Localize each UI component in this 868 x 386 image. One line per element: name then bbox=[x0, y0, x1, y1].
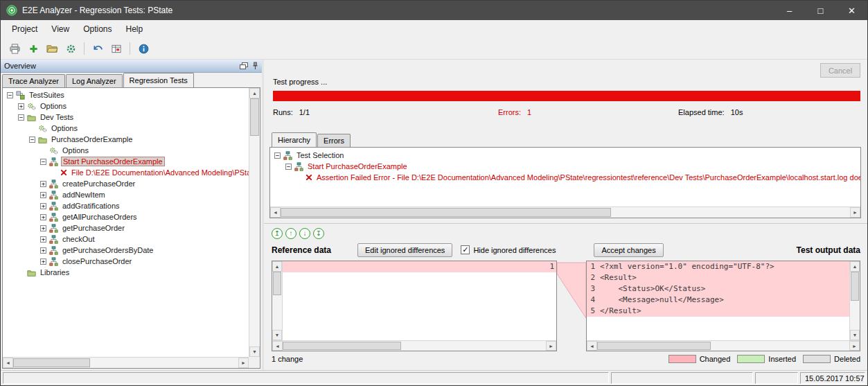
scroll-down-button[interactable]: ▼ bbox=[249, 346, 260, 357]
tab-hierarchy[interactable]: Hierarchy bbox=[272, 132, 317, 147]
menu-project[interactable]: Project bbox=[5, 22, 44, 36]
scrollbar-thumb[interactable] bbox=[281, 208, 611, 217]
cancel-button[interactable]: Cancel bbox=[820, 63, 860, 78]
scrollbar-thumb[interactable] bbox=[597, 342, 711, 350]
edit-ignored-differences-button[interactable]: Edit ignored differences bbox=[357, 243, 452, 257]
expand-icon[interactable]: + bbox=[40, 192, 46, 198]
scroll-right-button[interactable]: ► bbox=[850, 207, 860, 218]
next-difference-button[interactable]: ↓ bbox=[299, 228, 310, 239]
print-button[interactable] bbox=[6, 40, 23, 57]
tab-log-analyzer[interactable]: Log Analyzer bbox=[66, 74, 123, 87]
undo-button[interactable] bbox=[89, 40, 106, 57]
scrollbar-thumb[interactable] bbox=[273, 272, 281, 295]
tree-item[interactable]: +closePurchaseOrder bbox=[3, 256, 249, 267]
scroll-left-button[interactable]: ◄ bbox=[587, 341, 597, 351]
scrollbar-track[interactable] bbox=[249, 98, 260, 346]
scroll-up-button[interactable]: ▲ bbox=[272, 261, 282, 272]
tree-item[interactable]: +Options bbox=[3, 100, 249, 112]
expand-icon[interactable]: + bbox=[40, 203, 46, 209]
tree-item[interactable]: +getPurchaseOrder bbox=[3, 222, 249, 234]
add-button[interactable] bbox=[25, 40, 42, 57]
scroll-right-button[interactable]: ► bbox=[849, 341, 860, 351]
info-button[interactable] bbox=[135, 40, 152, 57]
horizontal-scrollbar[interactable]: ◄► bbox=[3, 357, 249, 368]
accept-changes-button[interactable]: Accept changes bbox=[594, 243, 663, 257]
report-button[interactable] bbox=[108, 40, 125, 57]
horizontal-scrollbar[interactable]: ◄► bbox=[587, 340, 860, 351]
collapse-icon[interactable]: − bbox=[40, 159, 46, 165]
tree-item[interactable]: −Start PurchaseOrderExample bbox=[270, 161, 860, 172]
scroll-left-button[interactable]: ◄ bbox=[3, 358, 13, 368]
scrollbar-track[interactable] bbox=[281, 207, 850, 218]
scroll-up-button[interactable]: ▲ bbox=[850, 261, 860, 272]
expand-icon[interactable]: + bbox=[40, 258, 46, 265]
scrollbar-track[interactable] bbox=[850, 272, 860, 330]
tree-item[interactable]: −TestSuites bbox=[3, 89, 249, 100]
horizontal-scrollbar[interactable]: ◄► bbox=[272, 340, 556, 351]
tree-item[interactable]: Options bbox=[3, 145, 249, 156]
scrollbar-track[interactable] bbox=[283, 341, 546, 351]
collapse-icon[interactable]: − bbox=[29, 137, 35, 143]
vertical-scrollbar[interactable]: ▲▼ bbox=[849, 261, 860, 340]
maximize-button[interactable]: □ bbox=[805, 1, 836, 20]
menu-options[interactable]: Options bbox=[76, 22, 118, 36]
tree-item[interactable]: Options bbox=[3, 123, 249, 134]
tree-item[interactable]: Assertion Failed Error - File D:\E2E Doc… bbox=[270, 172, 860, 183]
tab-trace-analyzer[interactable]: Trace Analyzer bbox=[2, 74, 65, 87]
collapse-icon[interactable]: − bbox=[7, 92, 13, 98]
tree-item[interactable]: −PurchaseOrderExample bbox=[3, 134, 249, 145]
expand-icon[interactable]: + bbox=[18, 103, 24, 109]
scrollbar-thumb[interactable] bbox=[13, 358, 90, 367]
expand-icon[interactable]: + bbox=[40, 214, 46, 220]
first-difference-button[interactable]: ↥ bbox=[272, 228, 283, 239]
menu-help[interactable]: Help bbox=[119, 22, 150, 36]
float-window-icon[interactable] bbox=[240, 62, 248, 69]
hide-ignored-differences[interactable]: Hide ignored differences bbox=[461, 245, 556, 254]
tree-item[interactable]: Libraries bbox=[3, 267, 249, 278]
last-difference-button[interactable]: ↧ bbox=[313, 228, 324, 239]
close-button[interactable]: ✕ bbox=[836, 1, 867, 20]
vertical-scrollbar[interactable]: ▲▼ bbox=[272, 261, 283, 340]
tree-item[interactable]: +getAllPurchaseOrders bbox=[3, 211, 249, 222]
tree-item[interactable]: −Start PurchaseOrderExample bbox=[3, 156, 249, 167]
tab-errors[interactable]: Errors bbox=[317, 134, 351, 147]
pin-icon[interactable] bbox=[252, 62, 258, 70]
tree-item[interactable]: −Test Selection bbox=[270, 150, 860, 161]
scroll-down-button[interactable]: ▼ bbox=[272, 330, 282, 340]
tree-item[interactable]: +addGratifications bbox=[3, 200, 249, 211]
expand-icon[interactable]: + bbox=[40, 225, 46, 231]
tree-item[interactable]: +getPurchaseOrdersByDate bbox=[3, 245, 249, 256]
settings-gear-button[interactable] bbox=[62, 40, 79, 57]
scrollbar-track[interactable] bbox=[272, 272, 282, 330]
expand-icon[interactable]: + bbox=[40, 236, 46, 243]
scroll-down-button[interactable]: ▼ bbox=[850, 330, 860, 340]
collapse-icon[interactable]: − bbox=[18, 114, 24, 121]
tree-item[interactable]: File D:\E2E Documentation\Advanced Model… bbox=[3, 167, 249, 178]
expand-icon[interactable]: + bbox=[40, 247, 46, 254]
open-folder-button[interactable] bbox=[44, 40, 60, 57]
tab-regression-tests[interactable]: Regression Tests bbox=[123, 73, 194, 87]
scrollbar-thumb[interactable] bbox=[851, 272, 859, 301]
scroll-left-button[interactable]: ◄ bbox=[270, 207, 281, 218]
tree-item[interactable]: +createPurchaseOrder bbox=[3, 178, 249, 189]
minimize-button[interactable]: – bbox=[774, 1, 805, 20]
scroll-right-button[interactable]: ► bbox=[546, 341, 556, 351]
scrollbar-track[interactable] bbox=[13, 358, 238, 368]
scroll-up-button[interactable]: ▲ bbox=[249, 88, 260, 98]
previous-difference-button[interactable]: ↑ bbox=[285, 228, 296, 239]
horizontal-scrollbar[interactable]: ◄► bbox=[270, 207, 860, 218]
tree-item[interactable]: +addNewItem bbox=[3, 189, 249, 200]
menu-view[interactable]: View bbox=[44, 22, 76, 36]
scrollbar-track[interactable] bbox=[597, 341, 849, 351]
collapse-icon[interactable]: − bbox=[285, 164, 292, 170]
scrollbar-thumb[interactable] bbox=[250, 98, 259, 136]
hide-ignored-checkbox[interactable] bbox=[461, 245, 470, 254]
scroll-left-button[interactable]: ◄ bbox=[272, 341, 283, 351]
vertical-scrollbar[interactable]: ▲▼ bbox=[249, 88, 260, 357]
expand-icon[interactable]: + bbox=[40, 181, 46, 187]
collapse-icon[interactable]: − bbox=[274, 152, 281, 159]
scrollbar-thumb[interactable] bbox=[283, 342, 401, 350]
scroll-right-button[interactable]: ► bbox=[238, 358, 249, 368]
tree-item[interactable]: −Dev Tests bbox=[3, 112, 249, 123]
tree-item[interactable]: +checkOut bbox=[3, 234, 249, 245]
